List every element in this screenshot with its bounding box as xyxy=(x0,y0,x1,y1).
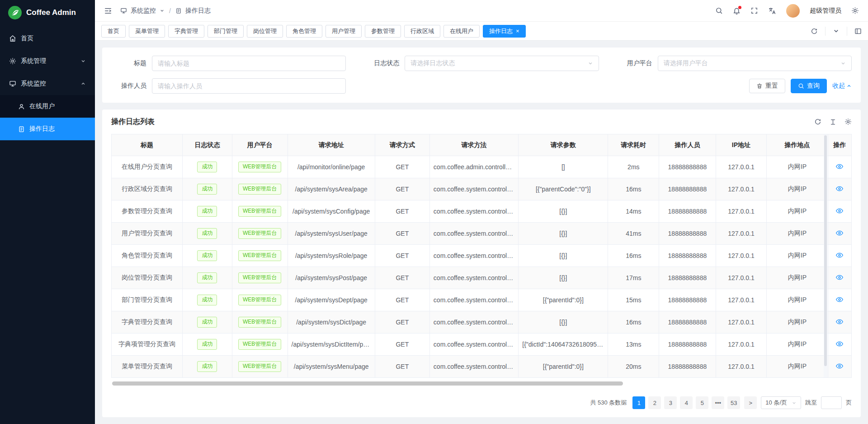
cell-location: 内网IP xyxy=(767,333,828,356)
chevron-up-icon xyxy=(846,83,852,89)
cell-params: [{"parentId":0}] xyxy=(519,356,608,378)
layout-icon[interactable] xyxy=(854,28,862,35)
pager-page-button[interactable]: 53 xyxy=(727,396,740,409)
view-detail-eye-icon[interactable] xyxy=(836,207,843,214)
notifications-button[interactable] xyxy=(733,7,741,14)
column-header: 操作地点 xyxy=(767,134,828,156)
platform-select[interactable]: 请选择用户平台 xyxy=(658,56,852,71)
tab[interactable]: 参数管理 xyxy=(365,25,401,38)
view-detail-eye-icon[interactable] xyxy=(836,274,843,281)
sidebar-item-operation-log[interactable]: 操作日志 xyxy=(0,118,95,140)
chevron-down-icon xyxy=(840,61,846,66)
tab[interactable]: 首页 xyxy=(101,25,126,38)
view-detail-eye-icon[interactable] xyxy=(836,163,843,170)
operator-input[interactable] xyxy=(152,78,346,94)
jump-page-input[interactable] xyxy=(821,396,842,409)
cell-title: 岗位管理分页查询 xyxy=(112,267,183,289)
cell-title: 菜单管理分页查询 xyxy=(112,356,183,378)
tab[interactable]: 操作日志× xyxy=(483,25,526,38)
tab-label: 参数管理 xyxy=(371,27,395,35)
tab-close-icon[interactable]: × xyxy=(516,28,519,34)
cell-ip: 127.0.0.1 xyxy=(716,178,767,200)
collapse-filters-link[interactable]: 收起 xyxy=(832,82,852,90)
filter-row-1: 标题 日志状态 请选择日志状态 用户平台 请选择用户平台 xyxy=(111,56,852,71)
cell-ip: 127.0.0.1 xyxy=(716,333,767,356)
platform-select-placeholder: 请选择用户平台 xyxy=(664,59,708,67)
table-vertical-scrollbar[interactable] xyxy=(824,134,827,377)
title-input[interactable] xyxy=(152,56,346,71)
cell-location: 内网IP xyxy=(767,356,828,378)
filter-field-title: 标题 xyxy=(111,56,364,71)
view-detail-eye-icon[interactable] xyxy=(836,229,843,237)
search-icon xyxy=(798,83,804,89)
cell-action xyxy=(828,245,852,267)
tab-label: 字典管理 xyxy=(175,27,198,35)
scrollbar-thumb[interactable] xyxy=(824,135,827,366)
tab[interactable]: 行政区域 xyxy=(404,25,440,38)
cell-action xyxy=(828,267,852,289)
tab-menu-chevron-icon[interactable] xyxy=(833,28,840,34)
tab[interactable]: 在线用户 xyxy=(443,25,480,38)
sidebar-item-system-monitor[interactable]: 系统监控 xyxy=(0,72,95,95)
pager-page-button[interactable]: 5 xyxy=(696,396,708,409)
view-detail-eye-icon[interactable] xyxy=(836,340,843,348)
platform-tag: WEB管理后台 xyxy=(238,162,281,172)
fullscreen-icon[interactable] xyxy=(750,7,758,14)
density-icon[interactable] xyxy=(830,119,836,125)
filter-panel: 标题 日志状态 请选择日志状态 用户平台 请选择用户平台 xyxy=(102,48,861,103)
cell-params: [] xyxy=(519,156,608,178)
status-tag: 成功 xyxy=(197,317,217,328)
pager-page-button[interactable]: 2 xyxy=(648,396,661,409)
pager-page-button[interactable]: 3 xyxy=(664,396,677,409)
column-settings-gear-icon[interactable] xyxy=(844,118,852,125)
filter-field-platform: 用户平台 请选择用户平台 xyxy=(617,56,852,71)
status-select[interactable]: 请选择日志状态 xyxy=(405,56,599,71)
tab[interactable]: 部门管理 xyxy=(208,25,244,38)
cell-function: com.coffee.system.controlle... xyxy=(429,223,518,245)
table-row: 参数管理分页查询成功WEB管理后台/api/system/sysConfig/p… xyxy=(112,200,852,223)
sidebar-item-home[interactable]: 首页 xyxy=(0,27,95,50)
translate-icon[interactable] xyxy=(768,7,776,15)
scrollbar-thumb[interactable] xyxy=(112,381,623,386)
settings-gear-icon[interactable] xyxy=(851,7,859,14)
page-content: 标题 日志状态 请选择日志状态 用户平台 请选择用户平台 xyxy=(95,41,868,424)
sidebar-item-online-users[interactable]: 在线用户 xyxy=(0,95,95,118)
tab[interactable]: 字典管理 xyxy=(168,25,204,38)
tab[interactable]: 岗位管理 xyxy=(247,25,283,38)
tab-label: 菜单管理 xyxy=(135,27,159,35)
refresh-icon[interactable] xyxy=(814,118,821,125)
cell-duration: 16ms xyxy=(608,178,659,200)
next-page-button[interactable]: > xyxy=(744,396,757,409)
search-button[interactable]: 查询 xyxy=(791,79,827,93)
breadcrumb-level1[interactable]: 系统监控 xyxy=(131,7,156,15)
column-header: 请求方法 xyxy=(429,134,518,156)
tab-label: 在线用户 xyxy=(450,27,473,35)
breadcrumb: 系统监控 / 操作日志 xyxy=(120,7,211,15)
chevron-down-icon xyxy=(792,400,797,405)
collapse-sidebar-icon[interactable] xyxy=(104,7,112,15)
collapse-label: 收起 xyxy=(832,82,845,90)
view-detail-eye-icon[interactable] xyxy=(836,362,843,370)
table-horizontal-scrollbar[interactable] xyxy=(111,381,852,386)
table-row: 行政区域分页查询成功WEB管理后台/api/system/sysArea/pag… xyxy=(112,178,852,200)
pager-page-button[interactable]: 1 xyxy=(632,396,645,409)
pager-page-button[interactable]: 4 xyxy=(680,396,693,409)
tab[interactable]: 用户管理 xyxy=(326,25,362,38)
tab[interactable]: 角色管理 xyxy=(286,25,322,38)
tab[interactable]: 菜单管理 xyxy=(129,25,165,38)
view-detail-eye-icon[interactable] xyxy=(836,296,843,303)
username[interactable]: 超级管理员 xyxy=(810,7,841,15)
status-label: 日志状态 xyxy=(364,59,399,67)
view-detail-eye-icon[interactable] xyxy=(836,185,843,192)
page-size-select[interactable]: 10 条/页 xyxy=(761,396,801,409)
tab-label: 用户管理 xyxy=(332,27,355,35)
search-icon[interactable] xyxy=(715,7,723,14)
reset-button[interactable]: 重置 xyxy=(749,79,785,93)
view-detail-eye-icon[interactable] xyxy=(836,318,843,325)
sidebar-item-system-mgmt[interactable]: 系统管理 xyxy=(0,50,95,72)
view-detail-eye-icon[interactable] xyxy=(836,252,843,259)
avatar[interactable] xyxy=(786,4,800,18)
cell-ip: 127.0.0.1 xyxy=(716,223,767,245)
platform-tag: WEB管理后台 xyxy=(238,184,281,195)
refresh-icon[interactable] xyxy=(811,28,818,35)
